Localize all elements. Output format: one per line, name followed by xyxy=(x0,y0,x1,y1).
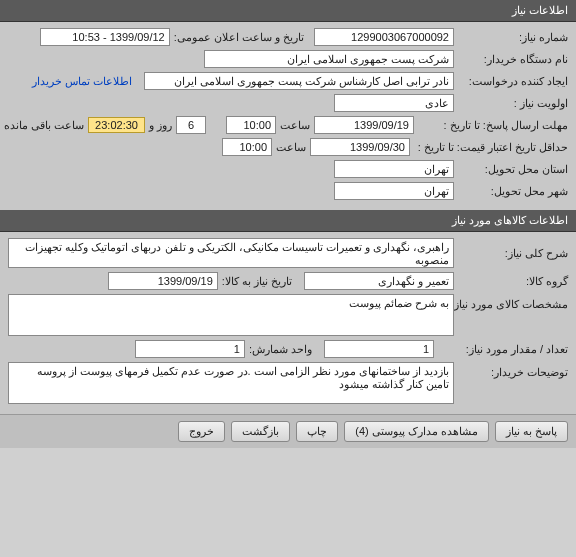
deadline-time-input[interactable] xyxy=(226,116,276,134)
province-input[interactable] xyxy=(334,160,454,178)
need-number-label: شماره نیاز: xyxy=(458,31,568,44)
remaining-label: ساعت باقی مانده xyxy=(4,119,84,132)
countdown-time: 23:02:30 xyxy=(88,117,145,133)
to-date-label: تا تاریخ : xyxy=(414,141,454,154)
main-desc-label: شرح کلی نیاز: xyxy=(458,247,568,260)
print-button[interactable]: چاپ xyxy=(296,421,338,442)
deadline-date-input[interactable] xyxy=(314,116,414,134)
contact-link[interactable]: اطلاعات تماس خریدار xyxy=(32,75,132,88)
goods-info-header: اطلاعات کالاهای مورد نیاز xyxy=(0,210,576,232)
goods-group-input[interactable] xyxy=(304,272,454,290)
validity-date-input[interactable] xyxy=(310,138,410,156)
goods-spec-textarea[interactable] xyxy=(8,294,454,336)
goods-spec-label: مشخصات کالای مورد نیاز: xyxy=(458,294,568,311)
reply-button[interactable]: پاسخ به نیاز xyxy=(495,421,568,442)
goods-group-label: گروه کالا: xyxy=(458,275,568,288)
time-label-1: ساعت xyxy=(280,119,310,132)
need-date-goods-label: تاریخ نیاز به کالا: xyxy=(222,275,292,288)
org-name-label: نام دستگاه خریدار: xyxy=(458,53,568,66)
buyer-notes-textarea[interactable] xyxy=(8,362,454,404)
priority-label: اولویت نیاز : xyxy=(458,97,568,110)
need-info-title: اطلاعات نیاز xyxy=(512,4,568,16)
unit-input[interactable] xyxy=(135,340,245,358)
deadline-label: مهلت ارسال پاسخ: تا تاریخ : xyxy=(418,119,568,132)
goods-info-form: شرح کلی نیاز: گروه کالا: تاریخ نیاز به ک… xyxy=(0,232,576,414)
announce-date-input[interactable] xyxy=(40,28,170,46)
need-date-goods-input[interactable] xyxy=(108,272,218,290)
city-label: شهر محل تحویل: xyxy=(458,185,568,198)
validity-time-input[interactable] xyxy=(222,138,272,156)
attachments-button[interactable]: مشاهده مدارک پیوستی (4) xyxy=(344,421,489,442)
days-label: روز و xyxy=(149,119,172,132)
qty-input[interactable] xyxy=(324,340,434,358)
priority-input[interactable] xyxy=(334,94,454,112)
buyer-notes-label: توضیحات خریدار: xyxy=(458,362,568,379)
org-name-input[interactable] xyxy=(204,50,454,68)
button-bar: پاسخ به نیاز مشاهده مدارک پیوستی (4) چاپ… xyxy=(0,414,576,448)
need-info-header: اطلاعات نیاز xyxy=(0,0,576,22)
need-number-input[interactable] xyxy=(314,28,454,46)
main-desc-textarea[interactable] xyxy=(8,238,454,268)
goods-info-title: اطلاعات کالاهای مورد نیاز xyxy=(452,214,568,226)
unit-label: واحد شمارش: xyxy=(249,343,312,356)
announce-date-label: تاریخ و ساعت اعلان عمومی: xyxy=(174,31,304,44)
remaining-days-input xyxy=(176,116,206,134)
qty-label: تعداد / مقدار مورد نیاز: xyxy=(438,343,568,356)
creator-label: ایجاد کننده درخواست: xyxy=(458,75,568,88)
province-label: استان محل تحویل: xyxy=(458,163,568,176)
back-button[interactable]: بازگشت xyxy=(231,421,290,442)
exit-button[interactable]: خروج xyxy=(178,421,225,442)
need-info-form: شماره نیاز: تاریخ و ساعت اعلان عمومی: نا… xyxy=(0,22,576,210)
creator-input[interactable] xyxy=(144,72,454,90)
validity-label: حداقل تاریخ اعتبار قیمت: xyxy=(458,141,568,154)
city-input[interactable] xyxy=(334,182,454,200)
time-label-2: ساعت xyxy=(276,141,306,154)
